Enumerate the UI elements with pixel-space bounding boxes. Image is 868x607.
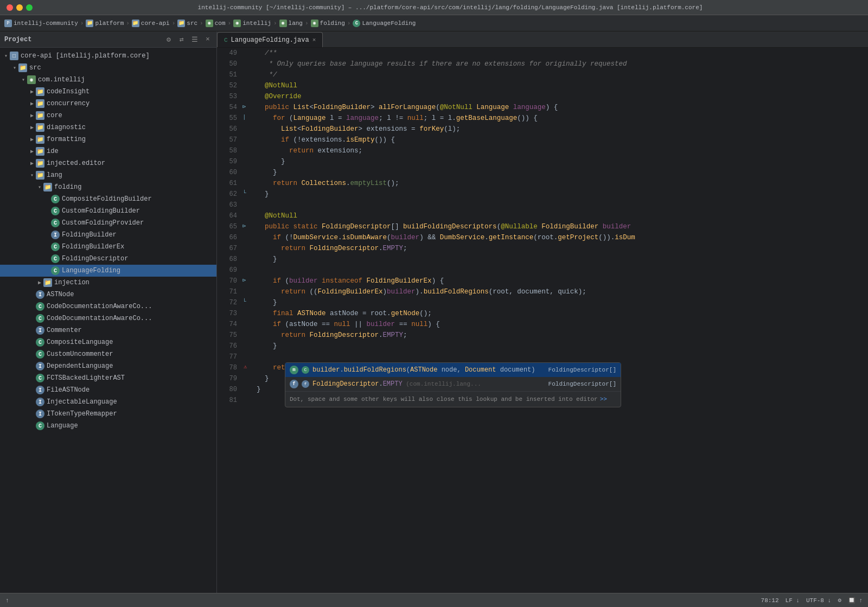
tree-label-CodeDocumentationAwareCo1: CodeDocumentationAwareCo... [47, 303, 152, 310]
statusbar-lf[interactable]: LF ↓ [786, 597, 800, 604]
class-i-icon: I [36, 362, 44, 370]
code-editor[interactable]: 49 50 51 52 53 54 55 56 57 58 59 60 61 6… [217, 48, 868, 593]
class-c-icon: C [36, 374, 44, 382]
window-title: intellij-community [~/intellij-community… [39, 4, 861, 11]
tree-item-FileASTNode[interactable]: I FileASTNode [0, 384, 216, 396]
statusbar-cursor-position[interactable]: 78:12 [761, 597, 779, 604]
folder-icon: 📁 [36, 111, 44, 120]
minimize-button[interactable] [16, 4, 23, 11]
tree-label-com-intellij: com.intellij [38, 76, 85, 84]
tree-item-ASTNode[interactable]: I ASTNode [0, 289, 216, 301]
statusbar-encoding[interactable]: UTF-8 ↓ [806, 597, 831, 604]
tree-item-ITokenTypeRemapper[interactable]: I ITokenTypeRemapper [0, 408, 216, 420]
tree-item-FoldingDescriptor[interactable]: C FoldingDescriptor [0, 253, 216, 265]
code-content[interactable]: /** * Only queries base language results… [252, 48, 868, 593]
breadcrumb-item-folding[interactable]: ◉ folding [311, 20, 345, 27]
tree-item-CustomFoldingBuilder[interactable]: C CustomFoldingBuilder [0, 205, 216, 217]
tree-item-injected-editor[interactable]: ▶ 📁 injected.editor [0, 157, 216, 169]
tree-item-src[interactable]: ▾ 📁 src [0, 62, 216, 74]
tree-item-FoldingBuilder[interactable]: I FoldingBuilder [0, 229, 216, 241]
tree-item-FCTSBackedLighterAST[interactable]: C FCTSBackedLighterAST [0, 372, 216, 384]
tree-item-CodeDocumentationAwareCo1[interactable]: C CodeDocumentationAwareCo... [0, 301, 216, 312]
expand-arrow[interactable]: ▶ [28, 124, 36, 131]
tree-label-codeInsight: codeInsight [47, 88, 90, 95]
breadcrumb-item-class[interactable]: C LanguageFolding [353, 20, 416, 27]
tab-filename: LanguageFolding.java [231, 36, 309, 44]
tree-item-DependentLanguage[interactable]: I DependentLanguage [0, 360, 216, 372]
expand-arrow[interactable]: ▾ [28, 172, 36, 178]
tree-item-concurrency[interactable]: ▶ 📁 concurrency [0, 98, 216, 110]
tab-LanguageFolding[interactable]: C LanguageFolding.java × [217, 32, 323, 47]
sidebar-gear-icon[interactable]: ⚙ [164, 35, 173, 44]
tree-item-diagnostic[interactable]: ▶ 📁 diagnostic [0, 122, 216, 133]
code-line-70: if ( builder instanceof FoldingBuilderEx… [257, 276, 864, 286]
statusbar-indent-icon[interactable]: ⚙ [838, 597, 841, 604]
tree-label-injection: injection [54, 279, 90, 286]
code-line-60: } [257, 167, 864, 178]
tree-item-FoldingBuilderEx[interactable]: C FoldingBuilderEx [0, 241, 216, 253]
expand-arrow[interactable]: ▶ [36, 279, 43, 286]
window-controls[interactable] [7, 4, 33, 11]
breadcrumb-item-core-api[interactable]: 📁 core-api [132, 20, 170, 27]
tree-item-ide[interactable]: ▶ 📁 ide [0, 145, 216, 157]
expand-arrow[interactable]: ▶ [28, 136, 36, 143]
expand-arrow[interactable]: ▶ [28, 112, 36, 119]
autocomplete-popup[interactable]: m C builder.buildFoldRegions(ASTNode nod… [285, 362, 621, 407]
expand-arrow[interactable]: ▾ [2, 53, 10, 59]
tree-item-CustomFoldingProvider[interactable]: C CustomFoldingProvider [0, 217, 216, 229]
sidebar-settings-icon[interactable]: ☰ [190, 35, 199, 44]
tree-item-lang[interactable]: ▾ 📁 lang [0, 169, 216, 181]
tab-close-button[interactable]: × [312, 37, 316, 43]
code-line-72: } [257, 297, 864, 308]
expand-arrow[interactable]: ▾ [36, 184, 43, 190]
expand-arrow[interactable]: ▾ [20, 76, 27, 83]
tree-item-codeInsight[interactable]: ▶ 📁 codeInsight [0, 86, 216, 98]
breadcrumb-item-project[interactable]: P intellij-community [4, 20, 78, 27]
folder-icon: 📁 [132, 20, 139, 27]
class-icon: C [353, 20, 360, 27]
class-i-icon: I [51, 231, 60, 239]
sidebar-close-icon[interactable]: × [203, 35, 212, 44]
folder-icon: 📁 [43, 278, 52, 287]
package-icon: ◉ [27, 75, 36, 84]
expand-arrow[interactable]: ▶ [28, 88, 36, 95]
maximize-button[interactable] [26, 4, 33, 11]
close-button[interactable] [7, 4, 13, 11]
breadcrumb-item-platform[interactable]: 📁 platform [86, 20, 124, 27]
tree-label-CustomUncommenter: CustomUncommenter [47, 350, 113, 358]
tree-item-LanguageFolding[interactable]: C LanguageFolding [0, 265, 216, 277]
expand-arrow[interactable]: ▶ [28, 148, 36, 155]
breadcrumb-item-lang[interactable]: ◉ lang [279, 20, 303, 27]
autocomplete-hint-link[interactable]: >> [600, 394, 607, 405]
breadcrumb-intellij-label: intellij [242, 20, 271, 27]
package-icon: ◉ [233, 20, 241, 27]
sidebar-sync-icon[interactable]: ⇄ [177, 35, 186, 44]
tree-item-CompositeFoldingBuilder[interactable]: C CompositeFoldingBuilder [0, 193, 216, 205]
tree-item-CompositeLanguage[interactable]: C CompositeLanguage [0, 336, 216, 348]
tree-item-core[interactable]: ▶ 📁 core [0, 110, 216, 122]
folder-icon: 📁 [36, 135, 44, 144]
tree-item-CustomUncommenter[interactable]: C CustomUncommenter [0, 348, 216, 360]
tree-item-InjectableLanguage[interactable]: I InjectableLanguage [0, 396, 216, 408]
tree-label-CustomFoldingBuilder: CustomFoldingBuilder [62, 207, 140, 215]
tree-item-folding[interactable]: ▾ 📁 folding [0, 181, 216, 193]
tree-item-Commenter[interactable]: I Commenter [0, 324, 216, 336]
autocomplete-item-2[interactable]: f f FoldingDescriptor.EMPTY (com.intelli… [285, 377, 621, 391]
tree-item-com-intellij[interactable]: ▾ ◉ com.intellij [0, 74, 216, 86]
tree-item-CodeDocumentationAwareCo2[interactable]: C CodeDocumentationAwareCo... [0, 312, 216, 324]
autocomplete-item-1[interactable]: m C builder.buildFoldRegions(ASTNode nod… [285, 363, 621, 377]
tree-item-Language[interactable]: C Language [0, 420, 216, 432]
tree-item-injection[interactable]: ▶ 📁 injection [0, 277, 216, 289]
class-c-icon: C [36, 350, 44, 359]
breadcrumb-item-src[interactable]: 📁 src [177, 20, 197, 27]
tree-item-formatting[interactable]: ▶ 📁 formatting [0, 133, 216, 145]
tree-label-CompositeLanguage: CompositeLanguage [47, 338, 113, 346]
breadcrumb-item-com[interactable]: ◉ com [206, 20, 226, 27]
tree-item-core-api[interactable]: ▾ □ core-api [intellij.platform.core] [0, 50, 216, 62]
expand-arrow[interactable]: ▾ [11, 65, 18, 71]
breadcrumb-item-intellij[interactable]: ◉ intellij [233, 20, 271, 27]
expand-arrow[interactable]: ▶ [28, 160, 36, 167]
tree-label-CompositeFoldingBuilder: CompositeFoldingBuilder [62, 195, 152, 203]
tree-label-ide: ide [47, 148, 59, 155]
expand-arrow[interactable]: ▶ [28, 100, 36, 107]
